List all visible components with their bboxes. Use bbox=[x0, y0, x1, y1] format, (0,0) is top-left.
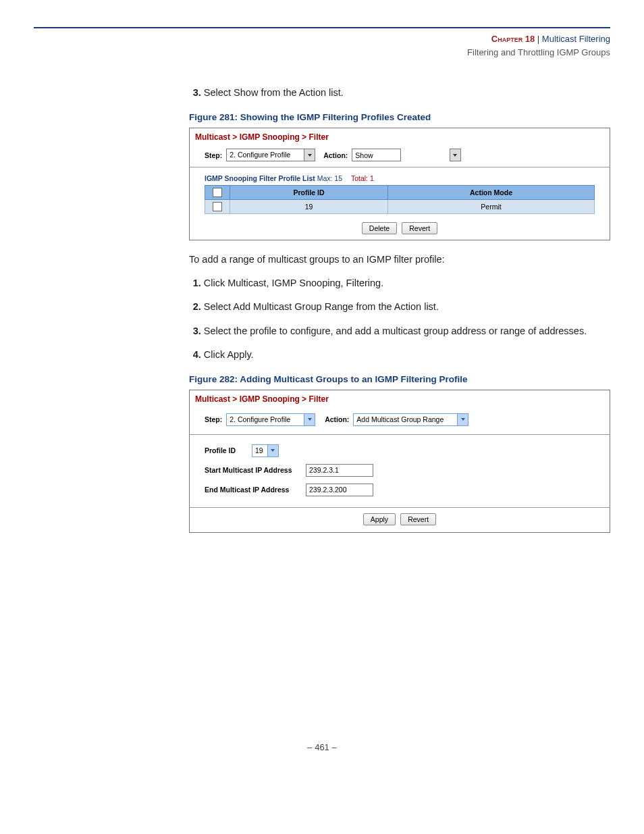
chapter-title: Multicast Filtering bbox=[542, 34, 610, 44]
fig281-list-name: IGMP Snooping Filter Profile List bbox=[205, 174, 315, 182]
checkbox-icon bbox=[213, 188, 222, 197]
delete-button[interactable]: Delete bbox=[362, 222, 397, 234]
step-1: Click Multicast, IGMP Snooping, Filterin… bbox=[204, 276, 610, 290]
fig281-select-all[interactable] bbox=[205, 186, 230, 200]
profile-id-select[interactable]: 19 bbox=[252, 444, 279, 457]
fig281-step-label: Step: bbox=[205, 151, 222, 159]
intro-paragraph: To add a range of multicast groups to an… bbox=[189, 253, 610, 267]
chevron-down-icon bbox=[304, 149, 315, 161]
fig281-step-value: 2. Configure Profile bbox=[227, 149, 304, 161]
header-rule bbox=[34, 27, 610, 28]
fig282-action-select[interactable]: Add Multicast Group Range bbox=[353, 413, 468, 426]
fig282-step-select[interactable]: 2. Configure Profile bbox=[226, 413, 315, 426]
fig281-row-profile: 19 bbox=[230, 200, 388, 214]
fig281-row-checkbox[interactable] bbox=[213, 202, 222, 211]
fig281-row-mode: Permit bbox=[388, 200, 595, 214]
page-header: Chapter 18 | Multicast Filtering Filteri… bbox=[34, 32, 610, 59]
figure-281: Multicast > IGMP Snooping > Filter Step:… bbox=[189, 128, 610, 240]
end-ip-label: End Multicast IP Address bbox=[205, 486, 306, 494]
fig281-list-max: Max: 15 bbox=[317, 174, 342, 182]
table-row: 19 Permit bbox=[205, 200, 595, 214]
step-3b: Select the profile to configure, and add… bbox=[204, 324, 610, 338]
chevron-down-icon bbox=[457, 414, 468, 425]
step-2: Select Add Multicast Group Range from th… bbox=[204, 300, 610, 314]
fig282-step-value: 2. Configure Profile bbox=[227, 414, 304, 425]
start-ip-label: Start Multicast IP Address bbox=[205, 466, 306, 474]
profile-id-label: Profile ID bbox=[205, 446, 252, 454]
start-ip-input[interactable] bbox=[306, 464, 373, 477]
header-sep: | bbox=[535, 34, 542, 44]
profile-id-value: 19 bbox=[252, 446, 267, 454]
fig282-action-label: Action: bbox=[325, 415, 349, 423]
fig281-table: Profile ID Action Mode 19 Permit bbox=[205, 185, 595, 214]
step-list-top: Select Show from the Action list. bbox=[189, 86, 610, 100]
fig281-action-value[interactable]: Show bbox=[352, 149, 400, 161]
fig281-list-summary: IGMP Snooping Filter Profile List Max: 1… bbox=[190, 167, 610, 185]
end-ip-input[interactable] bbox=[306, 484, 373, 496]
fig281-list-total: Total: 1 bbox=[351, 174, 374, 182]
fig281-col-mode: Action Mode bbox=[388, 186, 595, 200]
fig281-step-select[interactable]: 2. Configure Profile bbox=[226, 149, 315, 161]
figure-282-caption: Figure 282: Adding Multicast Groups to a… bbox=[189, 374, 610, 384]
chapter-label: Chapter 18 bbox=[491, 34, 535, 44]
step-4: Click Apply. bbox=[204, 348, 610, 362]
fig282-breadcrumb: Multicast > IGMP Snooping > Filter bbox=[190, 390, 610, 409]
fig282-step-label: Step: bbox=[205, 415, 222, 423]
step-list-main: Click Multicast, IGMP Snooping, Filterin… bbox=[189, 276, 610, 361]
fig281-breadcrumb: Multicast > IGMP Snooping > Filter bbox=[190, 128, 610, 147]
section-subtitle: Filtering and Throttling IGMP Groups bbox=[34, 46, 610, 59]
chevron-down-icon bbox=[267, 445, 278, 457]
step-3: Select Show from the Action list. bbox=[204, 86, 610, 100]
figure-282: Multicast > IGMP Snooping > Filter Step:… bbox=[189, 390, 610, 533]
revert-button[interactable]: Revert bbox=[400, 513, 436, 525]
figure-281-caption: Figure 281: Showing the IGMP Filtering P… bbox=[189, 112, 610, 122]
apply-button[interactable]: Apply bbox=[363, 513, 396, 525]
fig281-action-dropdown[interactable] bbox=[450, 149, 461, 161]
page-number: – 461 – bbox=[34, 742, 610, 752]
fig282-action-value: Add Multicast Group Range bbox=[354, 414, 457, 425]
chevron-down-icon bbox=[304, 414, 315, 425]
fig281-col-profile: Profile ID bbox=[230, 186, 388, 200]
fig281-action-label: Action: bbox=[323, 151, 348, 159]
revert-button[interactable]: Revert bbox=[402, 222, 437, 234]
